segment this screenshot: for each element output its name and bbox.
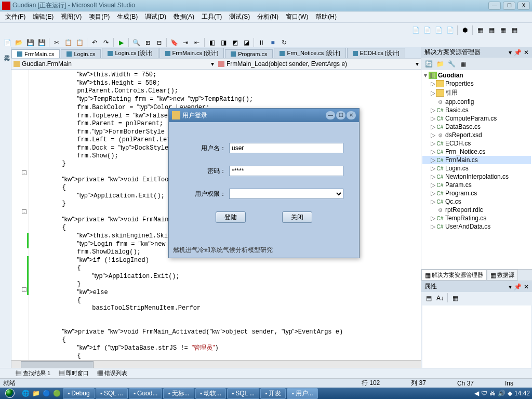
menu-item[interactable]: 编辑(E) (30, 11, 57, 22)
taskbar-task[interactable]: ▪无标... (163, 388, 194, 399)
se-view-icon[interactable]: ▦ (458, 59, 468, 69)
dropdown-icon[interactable]: ▾ (509, 49, 512, 56)
tree-item[interactable]: ▷C#ComputeParam.cs (422, 114, 531, 123)
editor-tab[interactable]: ECDH.cs [设计] (347, 48, 405, 58)
toolbox-strip[interactable]: 工具箱 (0, 47, 11, 369)
project-root[interactable]: ▾📗Guodian (422, 71, 531, 79)
member-selector[interactable]: FrmMain_Load(object sender, EventArgs e)… (216, 60, 421, 68)
tree-item[interactable]: ▷Properties (422, 79, 531, 88)
outdent-icon[interactable]: ⇤ (192, 37, 202, 48)
menu-item[interactable]: 项目(P) (86, 11, 113, 22)
taskbar-task[interactable]: ▪动软... (195, 388, 226, 399)
indent-icon[interactable]: ⇥ (180, 37, 191, 48)
output-tab[interactable]: ▦ 即时窗口 (56, 369, 92, 378)
ql-app-icon[interactable]: 🔵 (42, 389, 51, 398)
close-button[interactable]: X (517, 2, 530, 10)
tool-hex-icon[interactable]: ⬢ (460, 25, 470, 35)
menu-item[interactable]: 调试(D) (142, 11, 169, 22)
editor-tab[interactable]: Frm_Notice.cs [设计] (274, 48, 345, 58)
tree-item[interactable]: ▷C#TempRating.cs (422, 214, 531, 222)
menu-item[interactable]: 分析(N) (254, 11, 282, 22)
fold-toggle[interactable]: - (22, 209, 26, 214)
tree-item[interactable]: ▷⚙dsReport.xsd (422, 131, 531, 139)
tree-item[interactable]: ⚙rptReport.rdlc (422, 206, 531, 214)
tool-step-icon[interactable]: 📄 (410, 25, 421, 35)
categorized-icon[interactable]: ▤ (423, 293, 434, 303)
save-all-icon[interactable]: 💾 (36, 37, 47, 48)
panel-tab[interactable]: ▦解决方案资源管理器 (421, 270, 487, 281)
tool-step2-icon[interactable]: 📄 (422, 25, 432, 35)
menu-item[interactable]: 生成(B) (114, 11, 141, 22)
taskbar-task[interactable]: ▪Guod... (129, 388, 163, 399)
redo-icon[interactable]: ↷ (101, 37, 111, 48)
alphabetical-icon[interactable]: A↓ (435, 293, 445, 303)
pause-icon[interactable]: ⏸ (256, 37, 267, 48)
panel-tab[interactable]: ▦数据源 (487, 270, 518, 281)
tray-vol-icon[interactable]: 🔊 (498, 390, 506, 397)
tray-misc-icon[interactable]: ◆ (508, 390, 512, 397)
se-showall-icon[interactable]: 📁 (435, 59, 445, 69)
paste-icon[interactable]: 📋 (74, 37, 85, 48)
tree-item[interactable]: ⚙app.config (422, 98, 531, 106)
tree-item[interactable]: ▷C#Qc.cs (422, 197, 531, 206)
taskbar-task[interactable]: ▪用户... (287, 388, 317, 399)
solution-tree[interactable]: ▾📗Guodian ▷Properties▷引用⚙app.config▷C#Ba… (421, 70, 532, 269)
find-icon[interactable]: 🔍 (131, 37, 141, 48)
close-panel-icon[interactable]: ✕ (524, 283, 529, 290)
ext1-icon[interactable]: ◧ (207, 37, 217, 48)
pin-icon[interactable]: 📌 (514, 283, 522, 290)
clock[interactable]: 14:42 (514, 390, 530, 397)
dialog-minimize-button[interactable]: — (326, 111, 335, 119)
close-panel-icon[interactable]: ✕ (524, 49, 529, 56)
undo-icon[interactable]: ↶ (89, 37, 100, 48)
dialog-titlebar[interactable]: 用户登录 — ☐ ✕ (169, 109, 359, 122)
password-input[interactable] (229, 166, 343, 176)
ext3-icon[interactable]: ◩ (230, 37, 240, 48)
menu-item[interactable]: 窗口(W) (283, 11, 311, 22)
pin-icon[interactable]: 📌 (514, 49, 522, 56)
role-select[interactable] (229, 189, 343, 199)
bookmark-icon[interactable]: 🔖 (169, 37, 179, 48)
comment-icon[interactable]: ⊞ (142, 37, 153, 48)
uncomment-icon[interactable]: ⊟ (154, 37, 164, 48)
restart-icon[interactable]: ↻ (279, 37, 289, 48)
tree-item[interactable]: ▷C#DataBase.cs (422, 123, 531, 131)
tree-item[interactable]: ▷C#ECDH.cs (422, 139, 531, 148)
open-file-icon[interactable]: 📂 (14, 37, 24, 48)
tree-item[interactable]: ▷C#Program.cs (422, 189, 531, 197)
props-pages-icon[interactable]: ▦ (450, 293, 460, 303)
se-props-icon[interactable]: 🔧 (446, 59, 457, 69)
editor-tab[interactable]: Login.cs (61, 49, 101, 58)
ext2-icon[interactable]: ◨ (218, 37, 229, 48)
tree-item[interactable]: ▷C#Basic.cs (422, 106, 531, 114)
editor-tab[interactable]: Program.cs (225, 49, 273, 58)
menu-item[interactable]: 测试(S) (226, 11, 253, 22)
tray-up-icon[interactable]: ◀ (474, 390, 479, 397)
stop-icon[interactable]: ■ (268, 37, 278, 48)
ql-folder-icon[interactable]: 📁 (31, 389, 41, 398)
tool-step3-icon[interactable]: 📄 (433, 25, 444, 35)
fold-toggle[interactable]: - (22, 170, 26, 175)
tray-shield-icon[interactable]: 🛡 (481, 390, 487, 397)
username-input[interactable] (229, 143, 343, 153)
ext4-icon[interactable]: ◪ (241, 37, 251, 48)
tool-grid-icon[interactable]: ▦ (475, 25, 485, 35)
se-refresh-icon[interactable]: 🔄 (423, 59, 434, 69)
taskbar-task[interactable]: ▪Debug (63, 388, 95, 399)
taskbar-task[interactable]: ▪SQL ... (227, 388, 259, 399)
ql-ie-icon[interactable]: 🌐 (21, 389, 30, 398)
system-tray[interactable]: ◀ 🛡 🖧 🔊 ◆ 14:42 (472, 390, 532, 397)
output-tab[interactable]: ▦ 查找结果 1 (12, 369, 54, 378)
tray-net-icon[interactable]: 🖧 (489, 390, 496, 397)
cut-icon[interactable]: ✂ (51, 37, 62, 48)
menu-item[interactable]: 帮助(H) (312, 11, 340, 22)
taskbar-task[interactable]: ▪SQL ... (96, 388, 128, 399)
tree-item[interactable]: ▷引用 (422, 88, 531, 98)
close-dialog-button[interactable]: 关闭 (282, 211, 312, 223)
run-icon[interactable]: ▶ (116, 37, 126, 48)
tree-item[interactable]: ▷C#Param.cs (422, 181, 531, 189)
taskbar-task[interactable]: ▪开发 (260, 388, 286, 399)
tree-item[interactable]: ▷C#Frm_Notice.cs (422, 148, 531, 156)
menu-item[interactable]: 数据(A) (170, 11, 197, 22)
dialog-close-button[interactable]: ✕ (347, 111, 356, 119)
